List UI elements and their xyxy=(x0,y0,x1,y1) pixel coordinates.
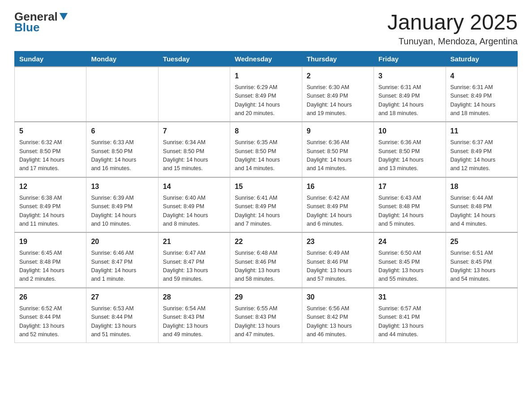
day-number: 15 xyxy=(235,181,297,192)
day-number: 28 xyxy=(163,292,225,303)
calendar-cell: 18Sunrise: 6:44 AM Sunset: 8:48 PM Dayli… xyxy=(446,177,517,233)
day-info: Sunrise: 6:39 AM Sunset: 8:49 PM Dayligh… xyxy=(91,194,153,229)
day-number: 30 xyxy=(307,292,369,303)
calendar-cell: 1Sunrise: 6:29 AM Sunset: 8:49 PM Daylig… xyxy=(230,67,302,122)
calendar-cell: 30Sunrise: 6:56 AM Sunset: 8:42 PM Dayli… xyxy=(302,288,373,343)
title-block: January 2025 Tunuyan, Mendoza, Argentina xyxy=(387,11,518,47)
day-number: 16 xyxy=(307,181,369,192)
calendar-cell: 3Sunrise: 6:31 AM Sunset: 8:49 PM Daylig… xyxy=(374,67,446,122)
col-wednesday: Wednesday xyxy=(230,51,302,67)
col-tuesday: Tuesday xyxy=(158,51,230,67)
day-info: Sunrise: 6:31 AM Sunset: 8:49 PM Dayligh… xyxy=(450,83,513,118)
day-number: 14 xyxy=(163,181,225,192)
day-info: Sunrise: 6:44 AM Sunset: 8:48 PM Dayligh… xyxy=(450,194,513,229)
calendar-cell: 8Sunrise: 6:35 AM Sunset: 8:50 PM Daylig… xyxy=(230,122,302,177)
day-number: 27 xyxy=(91,292,153,303)
page-header: General Blue January 2025 Tunuyan, Mendo… xyxy=(14,11,518,47)
day-number: 8 xyxy=(235,126,297,137)
calendar-cell: 16Sunrise: 6:42 AM Sunset: 8:49 PM Dayli… xyxy=(302,177,373,233)
day-info: Sunrise: 6:42 AM Sunset: 8:49 PM Dayligh… xyxy=(307,194,369,229)
calendar-cell: 10Sunrise: 6:36 AM Sunset: 8:50 PM Dayli… xyxy=(374,122,446,177)
calendar-cell: 27Sunrise: 6:53 AM Sunset: 8:44 PM Dayli… xyxy=(86,288,158,343)
day-number: 26 xyxy=(19,292,82,303)
calendar-table: Sunday Monday Tuesday Wednesday Thursday… xyxy=(14,51,518,343)
calendar-cell: 29Sunrise: 6:55 AM Sunset: 8:43 PM Dayli… xyxy=(230,288,302,343)
calendar-cell: 25Sunrise: 6:51 AM Sunset: 8:45 PM Dayli… xyxy=(446,232,517,288)
day-info: Sunrise: 6:33 AM Sunset: 8:50 PM Dayligh… xyxy=(91,138,153,173)
logo-triangle-icon xyxy=(59,11,69,21)
day-info: Sunrise: 6:56 AM Sunset: 8:42 PM Dayligh… xyxy=(307,304,369,339)
day-info: Sunrise: 6:51 AM Sunset: 8:45 PM Dayligh… xyxy=(450,249,513,284)
calendar-header-row: Sunday Monday Tuesday Wednesday Thursday… xyxy=(15,51,518,67)
day-info: Sunrise: 6:29 AM Sunset: 8:49 PM Dayligh… xyxy=(235,83,297,118)
col-friday: Friday xyxy=(374,51,446,67)
day-number: 29 xyxy=(235,292,297,303)
calendar-cell: 12Sunrise: 6:38 AM Sunset: 8:49 PM Dayli… xyxy=(15,177,86,233)
day-number: 20 xyxy=(91,236,153,247)
day-info: Sunrise: 6:45 AM Sunset: 8:48 PM Dayligh… xyxy=(19,249,82,284)
calendar-cell: 17Sunrise: 6:43 AM Sunset: 8:48 PM Dayli… xyxy=(374,177,446,233)
day-info: Sunrise: 6:32 AM Sunset: 8:50 PM Dayligh… xyxy=(19,138,82,173)
logo: General Blue xyxy=(14,11,69,33)
day-number: 2 xyxy=(307,71,369,81)
calendar-cell: 11Sunrise: 6:37 AM Sunset: 8:49 PM Dayli… xyxy=(446,122,517,177)
day-info: Sunrise: 6:50 AM Sunset: 8:45 PM Dayligh… xyxy=(378,249,441,284)
logo-blue-text: Blue xyxy=(14,21,39,33)
day-number: 31 xyxy=(378,292,441,303)
col-saturday: Saturday xyxy=(446,51,517,67)
calendar-week-row: 12Sunrise: 6:38 AM Sunset: 8:49 PM Dayli… xyxy=(15,177,518,233)
calendar-cell xyxy=(446,288,517,343)
day-info: Sunrise: 6:34 AM Sunset: 8:50 PM Dayligh… xyxy=(163,138,225,173)
calendar-cell: 23Sunrise: 6:49 AM Sunset: 8:46 PM Dayli… xyxy=(302,232,373,288)
calendar-cell: 26Sunrise: 6:52 AM Sunset: 8:44 PM Dayli… xyxy=(15,288,86,343)
col-monday: Monday xyxy=(86,51,158,67)
calendar-cell: 31Sunrise: 6:57 AM Sunset: 8:41 PM Dayli… xyxy=(374,288,446,343)
day-number: 5 xyxy=(19,126,82,137)
calendar-cell: 24Sunrise: 6:50 AM Sunset: 8:45 PM Dayli… xyxy=(374,232,446,288)
day-number: 17 xyxy=(378,181,441,192)
day-info: Sunrise: 6:38 AM Sunset: 8:49 PM Dayligh… xyxy=(19,194,82,229)
day-number: 9 xyxy=(307,126,369,137)
calendar-cell: 13Sunrise: 6:39 AM Sunset: 8:49 PM Dayli… xyxy=(86,177,158,233)
calendar-cell: 9Sunrise: 6:36 AM Sunset: 8:50 PM Daylig… xyxy=(302,122,373,177)
day-info: Sunrise: 6:57 AM Sunset: 8:41 PM Dayligh… xyxy=(378,304,441,339)
day-number: 6 xyxy=(91,126,153,137)
day-info: Sunrise: 6:31 AM Sunset: 8:49 PM Dayligh… xyxy=(378,83,441,118)
calendar-cell: 22Sunrise: 6:48 AM Sunset: 8:46 PM Dayli… xyxy=(230,232,302,288)
day-number: 1 xyxy=(235,71,297,81)
calendar-cell: 28Sunrise: 6:54 AM Sunset: 8:43 PM Dayli… xyxy=(158,288,230,343)
calendar-cell: 14Sunrise: 6:40 AM Sunset: 8:49 PM Dayli… xyxy=(158,177,230,233)
day-info: Sunrise: 6:47 AM Sunset: 8:47 PM Dayligh… xyxy=(163,249,225,284)
day-number: 7 xyxy=(163,126,225,137)
day-info: Sunrise: 6:41 AM Sunset: 8:49 PM Dayligh… xyxy=(235,194,297,229)
calendar-cell: 4Sunrise: 6:31 AM Sunset: 8:49 PM Daylig… xyxy=(446,67,517,122)
calendar-cell: 20Sunrise: 6:46 AM Sunset: 8:47 PM Dayli… xyxy=(86,232,158,288)
calendar-cell: 2Sunrise: 6:30 AM Sunset: 8:49 PM Daylig… xyxy=(302,67,373,122)
location-subtitle: Tunuyan, Mendoza, Argentina xyxy=(387,36,518,47)
day-number: 18 xyxy=(450,181,513,192)
svg-marker-0 xyxy=(60,13,68,20)
calendar-cell: 21Sunrise: 6:47 AM Sunset: 8:47 PM Dayli… xyxy=(158,232,230,288)
day-number: 24 xyxy=(378,236,441,247)
day-number: 13 xyxy=(91,181,153,192)
calendar-cell: 7Sunrise: 6:34 AM Sunset: 8:50 PM Daylig… xyxy=(158,122,230,177)
day-number: 4 xyxy=(450,71,513,81)
day-info: Sunrise: 6:43 AM Sunset: 8:48 PM Dayligh… xyxy=(378,194,441,229)
day-info: Sunrise: 6:48 AM Sunset: 8:46 PM Dayligh… xyxy=(235,249,297,284)
calendar-week-row: 5Sunrise: 6:32 AM Sunset: 8:50 PM Daylig… xyxy=(15,122,518,177)
day-number: 21 xyxy=(163,236,225,247)
calendar-week-row: 19Sunrise: 6:45 AM Sunset: 8:48 PM Dayli… xyxy=(15,232,518,288)
calendar-week-row: 1Sunrise: 6:29 AM Sunset: 8:49 PM Daylig… xyxy=(15,67,518,122)
calendar-cell: 15Sunrise: 6:41 AM Sunset: 8:49 PM Dayli… xyxy=(230,177,302,233)
day-number: 23 xyxy=(307,236,369,247)
calendar-week-row: 26Sunrise: 6:52 AM Sunset: 8:44 PM Dayli… xyxy=(15,288,518,343)
day-number: 19 xyxy=(19,236,82,247)
day-info: Sunrise: 6:35 AM Sunset: 8:50 PM Dayligh… xyxy=(235,138,297,173)
day-number: 3 xyxy=(378,71,441,81)
day-number: 25 xyxy=(450,236,513,247)
day-info: Sunrise: 6:36 AM Sunset: 8:50 PM Dayligh… xyxy=(307,138,369,173)
day-info: Sunrise: 6:37 AM Sunset: 8:49 PM Dayligh… xyxy=(450,138,513,173)
calendar-cell: 5Sunrise: 6:32 AM Sunset: 8:50 PM Daylig… xyxy=(15,122,86,177)
day-number: 22 xyxy=(235,236,297,247)
day-number: 10 xyxy=(378,126,441,137)
